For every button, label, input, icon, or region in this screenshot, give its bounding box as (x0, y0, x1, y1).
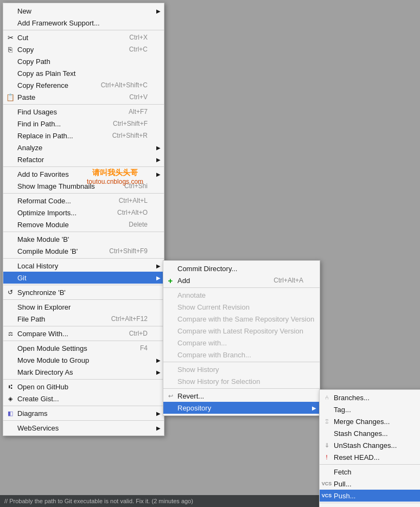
menu-item-repository[interactable]: Repository ▶ (163, 402, 320, 414)
menu-item-compare-latest[interactable]: Compare with Latest Repository Version (163, 325, 320, 337)
menu-label: Refactor (17, 156, 44, 164)
menu-label: Synchronize 'B' (17, 288, 66, 297)
menu-item-find-in-path[interactable]: Find in Path... Ctrl+Shift+F (3, 118, 164, 130)
menu-item-make-module[interactable]: Make Module 'B' (3, 233, 164, 245)
menu-label: Commit Directory... (177, 265, 237, 273)
menu-item-optimize[interactable]: Optimize Imports... Ctrl+Alt+O (3, 207, 164, 219)
menu-label: Open on GitHub (17, 383, 68, 391)
menu-item-commit-dir[interactable]: Commit Directory... (163, 262, 320, 274)
menu-item-show-history[interactable]: Show History (163, 363, 320, 375)
add-icon: + (166, 276, 175, 285)
revert-icon: ↩ (166, 393, 175, 400)
menu-label: Show in Explorer (17, 303, 71, 311)
separator (3, 166, 164, 167)
menu-label: Move Module to Group (17, 356, 89, 364)
arrow-icon: ▶ (156, 263, 161, 269)
menu-item-annotate[interactable]: Annotate (163, 289, 320, 301)
menu-item-new[interactable]: New ▶ (3, 5, 164, 17)
menu-item-local-history[interactable]: Local History ▶ (3, 260, 164, 272)
menu-item-git-add[interactable]: + Add Ctrl+Alt+A (163, 274, 320, 286)
menu-item-move-module[interactable]: Move Module to Group ▶ (3, 354, 164, 366)
menu-label: Compare with Branch... (177, 351, 251, 359)
menu-item-revert[interactable]: ↩ Revert... (163, 390, 320, 402)
menu-item-diagrams[interactable]: ◧ Diagrams ▶ (3, 407, 164, 419)
menu-label: Add (177, 277, 190, 285)
menu-item-compare-same[interactable]: Compare with the Same Repository Version (163, 313, 320, 325)
paste-icon: 📋 (5, 93, 15, 101)
separator (3, 258, 164, 259)
arrow-icon: ▶ (312, 405, 316, 411)
shortcut-label: Ctrl+Shift+F (102, 120, 148, 127)
menu-label: Show History (177, 365, 219, 374)
menu-item-branches[interactable]: ⑃ Branches... (320, 392, 420, 403)
menu-label: Compare with... (177, 339, 227, 347)
menu-item-paste[interactable]: 📋 Paste Ctrl+V (3, 91, 164, 103)
menu-item-fetch[interactable]: Fetch (320, 466, 420, 478)
menu-label: Create Gist... (17, 395, 59, 403)
menu-item-analyze[interactable]: Analyze ▶ (3, 142, 164, 153)
menu-item-copy-path[interactable]: Copy Path (3, 55, 164, 67)
shortcut-label: Alt+F7 (118, 108, 148, 115)
menu-item-show-current-rev[interactable]: Show Current Revision (163, 301, 320, 313)
branches-icon: ⑃ (322, 394, 332, 401)
separator (3, 104, 164, 105)
menu-label: Fetch (334, 468, 352, 476)
menu-label: Replace in Path... (17, 132, 73, 140)
menu-item-pull[interactable]: VCS Pull... (320, 478, 420, 490)
menu-label: Tag... (334, 406, 351, 414)
separator (3, 30, 164, 30)
arrow-icon: ▶ (156, 275, 161, 281)
arrow-icon: ▶ (156, 145, 161, 151)
menu-item-show-explorer[interactable]: Show in Explorer (3, 301, 164, 313)
menu-label: Copy Path (17, 57, 50, 66)
copy-icon: ⎘ (5, 46, 15, 54)
menu-label: UnStash Changes... (334, 441, 397, 450)
separator (3, 299, 164, 300)
menu-item-show-history-sel[interactable]: Show History for Selection (163, 375, 320, 387)
menu-item-compare-with[interactable]: ⚖ Compare With... Ctrl+D (3, 328, 164, 339)
menu-item-synchronize[interactable]: ↺ Synchronize 'B' (3, 286, 164, 298)
menu-label: Remove Module (17, 221, 69, 229)
menu-label: Git (17, 274, 27, 282)
menu-item-copy[interactable]: ⎘ Copy Ctrl+C (3, 43, 164, 55)
shortcut-label: Ctrl+Alt+A (263, 277, 303, 284)
menu-item-file-path[interactable]: File Path Ctrl+Alt+F12 (3, 313, 164, 325)
menu-item-rebase[interactable] (320, 504, 420, 507)
menu-item-unstash[interactable]: ⇓ UnStash Changes... (320, 439, 420, 451)
menu-item-add-framework[interactable]: Add Framework Support... (3, 17, 164, 29)
menu-item-compile-module[interactable]: Compile Module 'B' Ctrl+Shift+F9 (3, 245, 164, 257)
menu-item-push[interactable]: VCS Push... Ctrl+Shift+K (320, 490, 420, 502)
menu-item-create-gist[interactable]: ◈ Create Gist... (3, 393, 164, 405)
menu-item-copy-ref[interactable]: Copy Reference Ctrl+Alt+Shift+C (3, 79, 164, 91)
arrow-icon: ▶ (156, 357, 161, 363)
menu-item-compare-branch[interactable]: Compare with Branch... (163, 349, 320, 361)
menu-item-reset-head[interactable]: ! Reset HEAD... (320, 451, 420, 463)
menu-item-compare-with[interactable]: Compare with... (163, 337, 320, 349)
vcs-pull-icon: VCS (322, 481, 332, 486)
watermark-line2: toutou.cnblogs.com (87, 178, 143, 185)
menu-item-tag[interactable]: Tag... (320, 403, 420, 415)
menu-item-merge-changes[interactable]: ⑄ Merge Changes... (320, 415, 420, 427)
menu-item-remove-module[interactable]: Remove Module Delete (3, 219, 164, 230)
menu-item-mark-dir[interactable]: Mark Directory As ▶ (3, 366, 164, 378)
menu-item-replace-in-path[interactable]: Replace in Path... Ctrl+Shift+R (3, 130, 164, 142)
menu-label: WebServices (17, 424, 59, 432)
menu-item-reformat[interactable]: Reformat Code... Ctrl+Alt+L (3, 195, 164, 207)
menu-label: Compile Module 'B' (17, 247, 78, 255)
menu-item-cut[interactable]: ✂ Cut Ctrl+X (3, 31, 164, 43)
menu-label: Compare with Latest Repository Version (177, 327, 303, 335)
menu-item-module-settings[interactable]: Open Module Settings F4 (3, 342, 164, 354)
menu-item-copy-plain[interactable]: Copy as Plain Text (3, 67, 164, 79)
separator (163, 287, 320, 288)
menu-item-git[interactable]: Git ▶ (3, 272, 164, 284)
separator (3, 406, 164, 406)
menu-label: Make Module 'B' (17, 235, 69, 243)
menu-item-find-usages[interactable]: Find Usages Alt+F7 (3, 106, 164, 118)
menu-item-refactor[interactable]: Refactor ▶ (3, 153, 164, 165)
separator (3, 193, 164, 194)
menu-item-open-github[interactable]: ⑆ Open on GitHub (3, 381, 164, 393)
menu-label: Revert... (177, 392, 204, 400)
menu-item-stash[interactable]: Stash Changes... (320, 427, 420, 439)
menu-item-webservices[interactable]: WebServices ▶ (3, 422, 164, 434)
menu-label: New (17, 7, 31, 15)
